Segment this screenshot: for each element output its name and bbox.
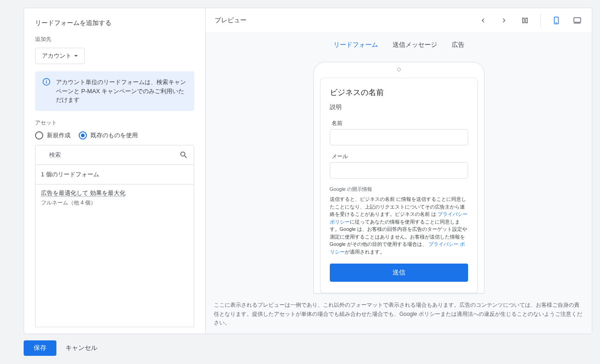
tab-ad[interactable]: 広告 <box>451 39 465 51</box>
result-item[interactable]: 広告を最適化して 効果を最大化 フルネーム（他 4 個） <box>35 184 194 211</box>
next-button[interactable] <box>499 15 509 26</box>
svg-rect-1 <box>46 81 47 84</box>
preview-tabs: リードフォーム 送信メッセージ 広告 <box>206 33 592 55</box>
email-field[interactable] <box>330 162 468 179</box>
results-count: 1 個のリードフォーム <box>35 165 194 184</box>
left-panel: リードフォームを追加する 追加先 アカウント アカウント単位のリードフォームは、… <box>24 8 206 334</box>
svg-rect-4 <box>526 18 528 23</box>
name-field-label: 名前 <box>332 120 468 127</box>
mobile-icon <box>552 15 560 25</box>
chevron-right-icon <box>500 16 508 25</box>
device-frame: ビジネスの名前 説明 名前 メール Google の開示情報 送信すると、ビジネ… <box>313 62 484 294</box>
radio-new[interactable]: 新規作成 <box>35 131 71 140</box>
radio-icon <box>35 131 43 140</box>
svg-rect-2 <box>46 80 47 81</box>
divider <box>540 14 541 27</box>
chevron-left-icon <box>479 16 487 25</box>
bottom-actions: 保存 キャンセル <box>24 340 600 356</box>
result-title: 広告を最適化して 効果を最大化 <box>41 189 188 197</box>
radio-icon <box>79 131 87 140</box>
disclosure-heading: Google の開示情報 <box>330 186 468 193</box>
panel-title: リードフォームを追加する <box>35 19 194 27</box>
right-panel: プレビュー リードフォーム <box>206 8 592 334</box>
search-icon <box>179 150 188 160</box>
radio-new-label: 新規作成 <box>47 131 71 140</box>
columns-icon <box>521 16 529 25</box>
destination-select[interactable]: アカウント <box>35 48 85 64</box>
svg-rect-7 <box>574 18 581 22</box>
asset-radio-group: 新規作成 既存のものを使用 <box>35 131 194 140</box>
destination-select-value: アカウント <box>42 52 71 60</box>
chevron-down-icon <box>74 55 78 57</box>
desktop-view-button[interactable] <box>572 15 583 26</box>
info-banner: アカウント単位のリードフォームは、検索キャンペーンと P-MAX キャンペーンで… <box>35 71 194 111</box>
tab-submit-message[interactable]: 送信メッセージ <box>392 39 438 51</box>
mobile-view-button[interactable] <box>551 15 562 26</box>
lead-form-card: ビジネスの名前 説明 名前 メール Google の開示情報 送信すると、ビジネ… <box>320 78 478 293</box>
name-field[interactable] <box>330 129 468 145</box>
results-list: 1 個のリードフォーム 広告を最適化して 効果を最大化 フルネーム（他 4 個） <box>35 165 194 327</box>
preview-title: プレビュー <box>215 16 247 25</box>
info-icon <box>42 78 50 86</box>
preview-header: プレビュー <box>206 8 592 33</box>
radio-existing[interactable]: 既存のものを使用 <box>79 131 138 140</box>
cancel-button[interactable]: キャンセル <box>66 344 97 352</box>
tab-lead-form[interactable]: リードフォーム <box>333 39 379 51</box>
camera-icon <box>397 68 401 71</box>
destination-label: 追加先 <box>35 35 194 43</box>
business-name: ビジネスの名前 <box>330 87 468 98</box>
radio-existing-label: 既存のものを使用 <box>91 131 138 140</box>
info-text: アカウント単位のリードフォームは、検索キャンペーンと P-MAX キャンペーンで… <box>56 78 187 105</box>
prev-button[interactable] <box>478 15 489 26</box>
business-description: 説明 <box>330 103 468 111</box>
submit-button[interactable]: 送信 <box>330 264 468 282</box>
desktop-icon <box>572 16 582 25</box>
main-card: リードフォームを追加する 追加先 アカウント アカウント単位のリードフォームは、… <box>24 8 592 334</box>
save-button[interactable]: 保存 <box>24 340 56 356</box>
device-preview-area: ビジネスの名前 説明 名前 メール Google の開示情報 送信すると、ビジネ… <box>206 55 592 296</box>
search-box <box>35 145 194 165</box>
asset-label: アセット <box>35 119 194 127</box>
result-subtitle: フルネーム（他 4 個） <box>41 199 188 207</box>
columns-button[interactable] <box>519 15 530 26</box>
disclosure-text: 送信すると、ビジネスの名前 に情報を送信することに同意したことになり、上記のリク… <box>330 195 468 255</box>
email-field-label: メール <box>332 153 468 160</box>
preview-footnote: ここに表示されるプレビューは一例であり、これ以外のフォーマットで表示される場合も… <box>206 296 592 334</box>
svg-rect-3 <box>523 18 524 23</box>
search-input[interactable] <box>49 151 179 158</box>
